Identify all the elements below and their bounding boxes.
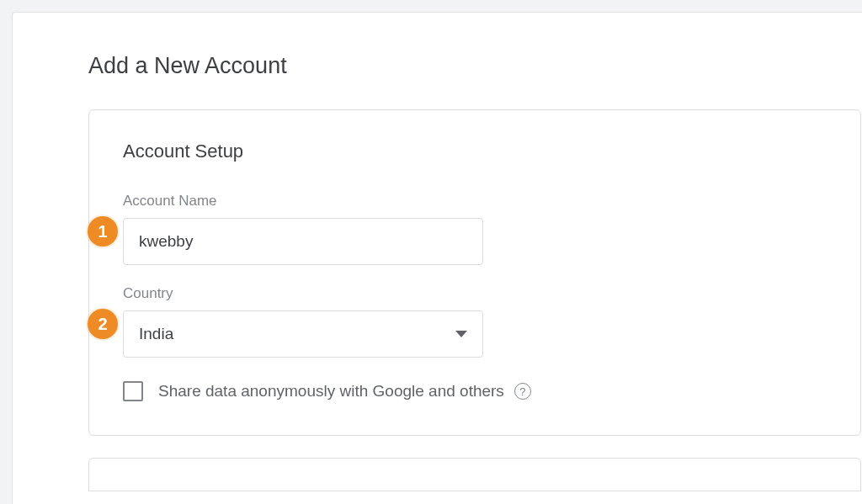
share-data-row: Share data anonymously with Google and o… [123,381,827,401]
annotation-badge-1: 1 [88,216,118,247]
help-icon[interactable]: ? [514,383,531,400]
share-data-checkbox[interactable] [123,381,143,401]
share-data-label: Share data anonymously with Google and o… [158,382,504,401]
account-setup-card: Account Setup 1 Account Name 2 Country I… [88,109,861,436]
section-title: Account Setup [123,141,827,162]
annotation-badge-2: 2 [88,309,118,339]
country-group: 2 Country India [123,285,827,358]
account-name-input[interactable] [139,232,467,251]
page-title: Add a New Account [88,53,862,79]
account-name-group: 1 Account Name [123,193,827,265]
next-section-card [88,458,861,491]
country-selected-value: India [139,325,173,343]
share-data-label-wrap: Share data anonymously with Google and o… [158,382,531,401]
country-select[interactable]: India [123,310,483,358]
chevron-down-icon [455,331,467,337]
main-card: Add a New Account Account Setup 1 Accoun… [12,12,862,504]
account-name-label: Account Name [123,193,827,210]
country-label: Country [123,285,827,302]
account-name-input-wrap [123,218,483,265]
